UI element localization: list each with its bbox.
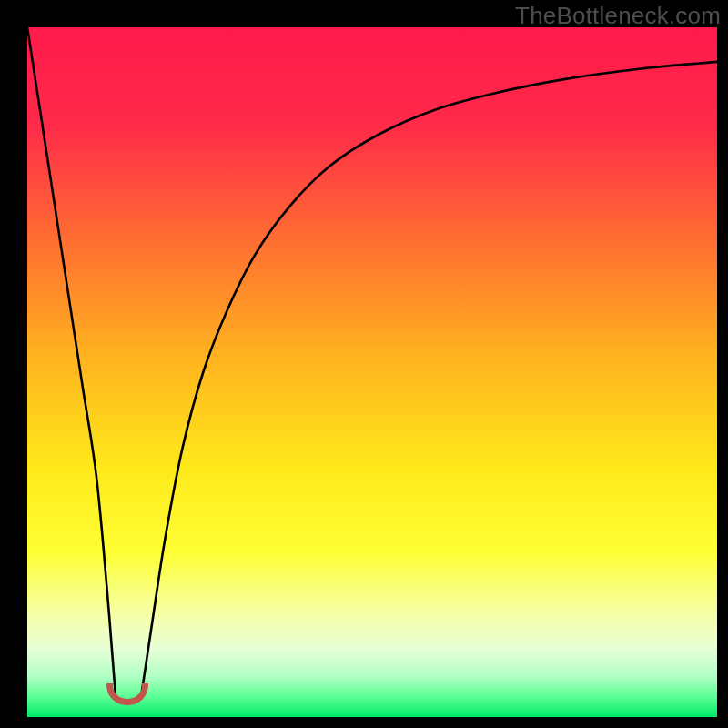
outer-frame: TheBottleneck.com (0, 0, 728, 728)
watermark-text: TheBottleneck.com (515, 2, 721, 30)
plot-area (27, 27, 717, 717)
bottleneck-curve (27, 27, 717, 717)
